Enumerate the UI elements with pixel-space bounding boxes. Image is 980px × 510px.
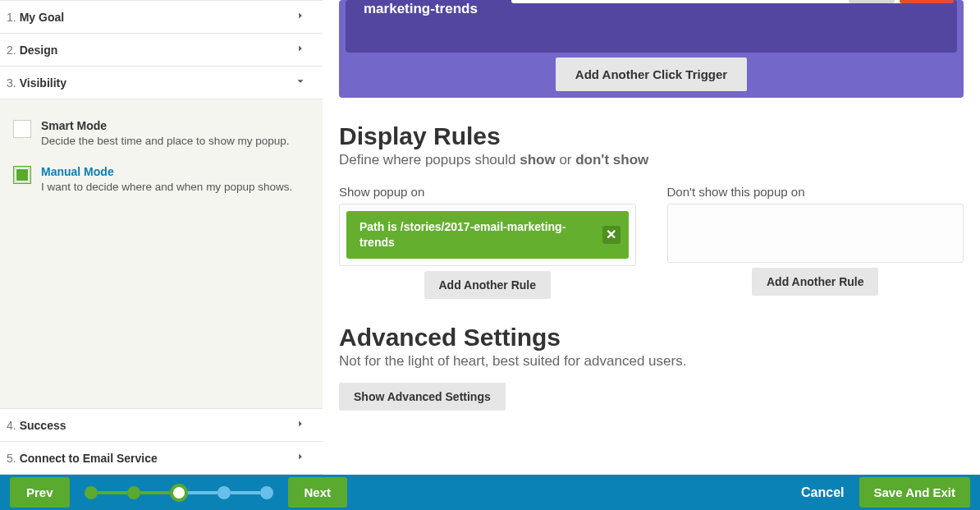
click-trigger-inner: marketing-trends (346, 0, 957, 53)
chevron-right-icon (295, 418, 306, 432)
prev-button[interactable]: Prev (10, 477, 70, 508)
smart-mode-checkbox[interactable] (13, 120, 31, 138)
step-label: My Goal (20, 11, 64, 24)
progress-dot-2 (127, 486, 140, 499)
chevron-right-icon (295, 10, 306, 24)
hide-rules-box (667, 204, 964, 263)
progress-bar-2 (140, 491, 170, 494)
manual-mode-checkbox[interactable] (13, 166, 31, 184)
smart-mode-title: Smart Mode (41, 119, 289, 132)
next-button[interactable]: Next (288, 477, 348, 508)
progress-dot-3 (170, 484, 188, 502)
hide-rules-label: Don't show this popup on (667, 185, 964, 199)
step-visibility[interactable]: 3.Visibility (0, 67, 323, 99)
step-connect-email[interactable]: 5.Connect to Email Service (0, 442, 323, 475)
save-and-exit-button[interactable]: Save And Exit (859, 477, 970, 508)
add-show-rule-button[interactable]: Add Another Rule (424, 271, 551, 299)
chevron-right-icon (295, 451, 306, 465)
visibility-panel: Smart Mode Decide the best time and plac… (0, 99, 323, 219)
show-advanced-settings-button[interactable]: Show Advanced Settings (339, 383, 506, 411)
progress-bar-1 (98, 491, 127, 494)
step-label: Connect to Email Service (20, 452, 158, 465)
footer-bar: Prev Next Cancel Save And Exit (0, 475, 980, 510)
show-rule-chip[interactable]: Path is /stories/2017-email-marketing-tr… (346, 211, 629, 259)
add-hide-rule-button[interactable]: Add Another Rule (752, 268, 878, 296)
step-my-goal[interactable]: 1.My Goal (0, 0, 323, 34)
chevron-right-icon (295, 43, 306, 57)
manual-mode-desc: I want to decide where and when my popup… (41, 181, 292, 193)
show-rules-label: Show popup on (339, 185, 636, 199)
advanced-settings-heading: Advanced Settings (339, 324, 964, 351)
step-num: 5. (7, 452, 16, 465)
sidebar: 1.My Goal 2.Design 3.Visibility Smart Mo… (0, 0, 323, 475)
step-label: Design (20, 44, 58, 57)
click-trigger-block: marketing-trends Add Another Click Trigg… (339, 0, 964, 98)
step-num: 2. (7, 44, 16, 57)
step-design[interactable]: 2.Design (0, 34, 323, 67)
manual-mode-title: Manual Mode (41, 165, 292, 178)
show-rules-box: Path is /stories/2017-email-marketing-tr… (339, 204, 636, 266)
step-num: 3. (7, 76, 16, 90)
advanced-settings-subtitle: Not for the light of heart, best suited … (339, 353, 964, 370)
add-click-trigger-button[interactable]: Add Another Click Trigger (556, 57, 747, 91)
progress-dot-5 (260, 486, 273, 499)
progress-dot-1 (85, 486, 98, 499)
click-trigger-gray-button[interactable] (849, 0, 895, 3)
display-rules-heading: Display Rules (339, 122, 964, 150)
cancel-button[interactable]: Cancel (801, 485, 844, 500)
rule-chip-text: Path is /stories/2017-email-marketing-tr… (359, 220, 566, 249)
progress-dot-4 (218, 486, 231, 499)
progress-bar-4 (231, 491, 260, 494)
progress-indicator (85, 484, 273, 502)
progress-bar-3 (188, 491, 218, 494)
smart-mode-desc: Decide the best time and place to show m… (41, 135, 289, 147)
step-num: 4. (7, 419, 16, 432)
remove-rule-icon[interactable]: ✕ (602, 226, 621, 244)
smart-mode-row[interactable]: Smart Mode Decide the best time and plac… (13, 119, 309, 147)
hide-rules-column: Don't show this popup on Add Another Rul… (667, 185, 964, 299)
display-rules-subtitle: Define where popups should show or don't… (339, 152, 964, 168)
step-success[interactable]: 4.Success (0, 408, 323, 442)
chevron-down-icon (295, 76, 306, 90)
step-label: Success (20, 419, 66, 432)
click-trigger-red-button[interactable] (900, 0, 954, 3)
rule-columns: Show popup on Path is /stories/2017-emai… (339, 185, 964, 299)
step-label: Visibility (20, 76, 66, 90)
manual-mode-row[interactable]: Manual Mode I want to decide where and w… (13, 165, 309, 193)
step-num: 1. (7, 11, 16, 24)
sidebar-bottom: 4.Success 5.Connect to Email Service (0, 408, 323, 475)
show-rules-column: Show popup on Path is /stories/2017-emai… (339, 185, 636, 299)
main-content: marketing-trends Add Another Click Trigg… (323, 0, 980, 475)
